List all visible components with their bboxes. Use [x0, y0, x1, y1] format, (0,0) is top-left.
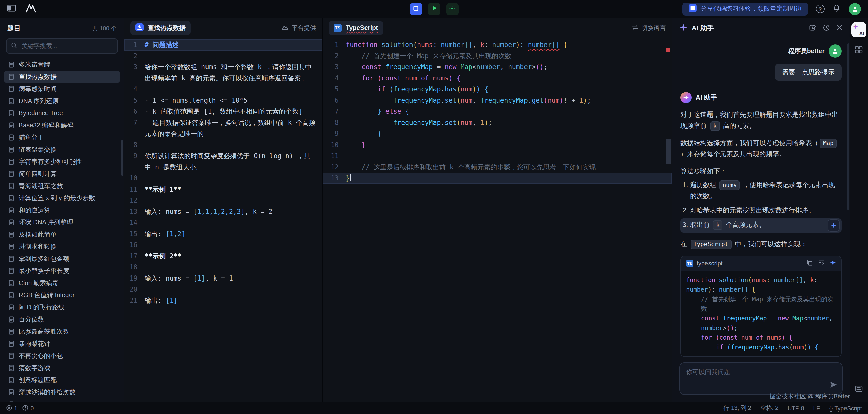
sidebar-item[interactable]: 比赛最高获胜次数 [4, 325, 120, 338]
cursor-position[interactable]: 行 13, 列 2 [723, 404, 751, 412]
sidebar-item[interactable]: Bytedance Tree [4, 107, 120, 119]
avatar-icon [849, 3, 861, 15]
sidebar-item[interactable]: 猫鱼分干 [4, 131, 120, 144]
sidebar-item-label: RGB 色值转 Integer [19, 291, 74, 299]
sidebar-item[interactable]: RGB 色值转 Integer [4, 289, 120, 301]
sidebar-item[interactable]: 青海湖租车之旅 [4, 180, 120, 192]
layout-toggle-icon [7, 4, 16, 14]
sidebar-item[interactable]: 最小替换子串长度 [4, 265, 120, 277]
sidebar-item[interactable]: 及格如此简单 [4, 228, 120, 241]
ai-step[interactable]: 3.取出前 k 个高频元素。 [680, 218, 842, 232]
history-button[interactable] [823, 24, 830, 33]
eol-setting[interactable]: LF [813, 405, 820, 411]
help-button[interactable]: ? [816, 5, 825, 13]
switch-language-button[interactable]: 切换语言 [631, 24, 666, 32]
indentation-setting[interactable]: 空格: 2 [760, 404, 778, 412]
line-number: 7 [124, 117, 145, 139]
sidebar-item[interactable]: 进制求和转换 [4, 241, 120, 253]
ai-chat-input[interactable] [679, 362, 843, 395]
sidebar-item[interactable] [4, 398, 120, 402]
sidebar-item-label: 青海湖租车之旅 [19, 182, 63, 190]
sidebar-item[interactable]: 穿越沙漠的补给次数 [4, 386, 120, 398]
sidebar-item[interactable]: 链表聚集交换 [4, 144, 120, 156]
run-button[interactable] [428, 3, 440, 15]
user-avatar[interactable] [849, 3, 861, 15]
ai-panel-toggle[interactable]: AI [851, 22, 866, 37]
debug-button[interactable] [410, 3, 422, 15]
problem-count: 共 100 个 [92, 25, 117, 32]
sidebar-item[interactable]: DNA 序列还原 [4, 95, 120, 107]
sidebar-item[interactable]: 猜数字游戏 [4, 362, 120, 374]
sidebar-item[interactable]: 字符串有多少种可能性 [4, 156, 120, 168]
sidebar-item[interactable]: 简单四则计算 [4, 168, 120, 180]
ai-fab-label: AI [859, 30, 864, 36]
document-icon [8, 352, 15, 359]
sidebar-item[interactable]: Cion 勒索病毒 [4, 277, 120, 289]
document-icon [8, 195, 15, 202]
ai-messages[interactable]: 程序员better 需要一点思路提示 AI 助手 对于这道题，我们首先要理解题目… [672, 38, 850, 357]
notifications-button[interactable] [833, 4, 841, 14]
sidebar-item-label: 病毒感染时间 [19, 85, 57, 93]
line-number: 10 [124, 173, 145, 184]
ai-paragraph: 在 TypeScript 中，我们可以这样实现： [680, 238, 842, 250]
editor-tab-label: TypeScript [346, 24, 378, 31]
error-icon [6, 405, 12, 412]
ai-scrollbar[interactable] [847, 43, 849, 210]
code-line: 12 [124, 195, 322, 206]
apps-toggle[interactable] [852, 43, 865, 57]
sidebar-item[interactable]: 和的逆运算 [4, 204, 120, 216]
description-tab[interactable]: 查找热点数据 [130, 21, 191, 35]
submit-button[interactable] [446, 3, 458, 15]
line-number: 13 [322, 173, 346, 184]
sidebar-item[interactable]: 阿 D 的飞行路线 [4, 301, 120, 313]
search-input[interactable] [6, 38, 118, 54]
sidebar-item-label: 猜数字游戏 [19, 364, 50, 372]
watermark: 掘金技术社区 @ 程序员Better [769, 392, 850, 401]
sidebar-item[interactable]: 查找热点数据 [4, 71, 120, 83]
close-ai-button[interactable] [836, 24, 843, 32]
sidebar-item[interactable]: 拿到最多红包金额 [4, 253, 120, 265]
bottom-panel-toggle[interactable] [852, 383, 865, 396]
sidebar-item[interactable]: 计算位置 x 到 y 的最少步数 [4, 192, 120, 204]
sidebar-item[interactable]: Base32 编码和解码 [4, 119, 120, 131]
logo-icon[interactable] [24, 2, 37, 15]
sidebar-item[interactable]: 多米诺骨牌 [4, 59, 120, 71]
sidebar-item[interactable]: 不再贪心的小包 [4, 350, 120, 362]
sidebar-item[interactable]: 百分位数 [4, 313, 120, 325]
language-mode[interactable]: {} TypeScript [829, 405, 862, 411]
ai-code-line: const frequencyMap = new Map<number, num… [686, 314, 836, 333]
document-icon [8, 340, 15, 347]
layout-toggle-button[interactable] [7, 4, 16, 14]
editor-scrollbar[interactable] [666, 138, 671, 164]
braces-icon: {} [829, 405, 833, 411]
problems-indicator[interactable]: 1 0 [6, 405, 34, 412]
editor-code[interactable]: 1function solution(nums: number[], k: nu… [322, 37, 672, 402]
sidebar-item[interactable]: 病毒感染时间 [4, 83, 120, 95]
ai-paragraph: 算法步骤如下： [680, 166, 842, 177]
insert-code-button[interactable] [818, 260, 825, 268]
sidebar-item[interactable]: 暴雨梨花针 [4, 338, 120, 350]
editor-tab[interactable]: TS TypeScript [329, 21, 383, 35]
apply-step-button[interactable] [828, 219, 840, 231]
sidebar-item[interactable]: 环状 DNA 序列整理 [4, 216, 120, 228]
description-code[interactable]: 1# 问题描述23给你一个整数数组 nums 和一个整数 k ，请你返回其中出现… [124, 37, 322, 402]
copy-code-button[interactable] [806, 260, 813, 268]
line-number: 3 [124, 62, 145, 84]
send-button[interactable] [829, 381, 838, 391]
insert-icon [818, 260, 825, 268]
ai-avatar-icon [680, 92, 691, 103]
line-number: 18 [124, 262, 145, 273]
sidebar-item[interactable]: 创意标题匹配 [4, 374, 120, 386]
ai-spark-icon [679, 23, 687, 33]
sidebar-item-label: Cion 勒索病毒 [19, 279, 59, 287]
ai-name-label: AI 助手 [695, 93, 717, 102]
compose-button[interactable] [809, 24, 816, 33]
ai-apply-code-button[interactable] [830, 260, 836, 268]
code-line: 6 frequencyMap.set(num, frequencyMap.get… [322, 95, 672, 106]
sidebar-scrollbar[interactable] [121, 139, 123, 176]
document-icon [8, 158, 15, 165]
encoding-setting[interactable]: UTF-8 [787, 405, 804, 411]
promo-banner[interactable]: 分享代码练习体验，领限量定制周边 [682, 2, 808, 15]
submit-icon [449, 5, 456, 13]
ts-badge: TS [334, 24, 342, 32]
